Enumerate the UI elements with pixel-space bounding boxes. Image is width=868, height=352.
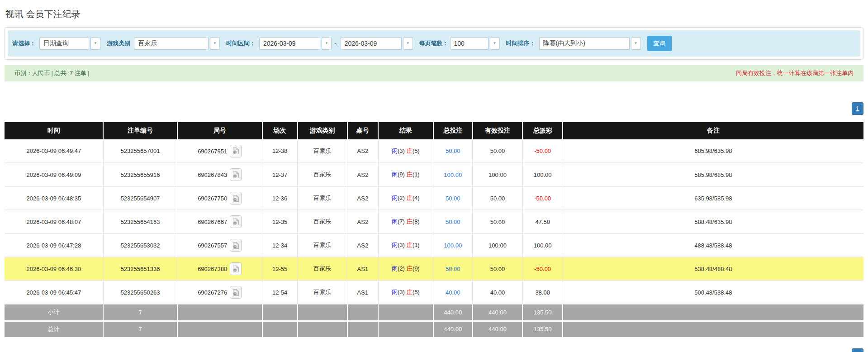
cell-session: 12-54	[262, 281, 298, 304]
date-from-input[interactable]: 2026-03-09	[259, 37, 320, 50]
pagination-top: 1	[5, 102, 863, 115]
total-empty-cell	[378, 321, 433, 338]
cell-session: 12-37	[262, 163, 298, 186]
video-replay-button[interactable]	[230, 215, 242, 228]
cell-game-type: 百家乐	[298, 257, 347, 281]
table-row: 2026-03-09 06:47:28523255653032690267557…	[5, 233, 863, 257]
total-bet-link[interactable]: 40.00	[446, 289, 460, 296]
cell-note: 500.48/538.48	[563, 281, 863, 304]
table-row: 2026-03-09 06:48:35523255654907690267750…	[5, 186, 863, 210]
result-banker-points: (1)	[413, 171, 420, 178]
total-bet-link[interactable]: 100.00	[444, 171, 462, 178]
total-empty-cell	[262, 321, 298, 338]
cell-table-no: AS1	[347, 257, 378, 281]
chevron-down-icon: ▼	[213, 42, 217, 45]
time-range-label: 时间区间：	[226, 39, 256, 48]
cell-session: 12-35	[262, 210, 298, 233]
column-header-6: 结果	[378, 122, 433, 139]
video-file-icon	[232, 242, 239, 249]
date-to-input[interactable]: 2026-03-09	[341, 37, 402, 50]
result-player-points: (7)	[398, 218, 405, 225]
game-type-input[interactable]: 百家乐	[134, 37, 209, 50]
round-number: 690267750	[198, 195, 227, 202]
video-replay-button[interactable]	[230, 262, 242, 275]
query-type-arrow-button[interactable]: ▼	[90, 37, 100, 50]
cell-bet-id: 523255650263	[103, 281, 177, 304]
page-1-button[interactable]: 1	[852, 102, 863, 115]
cell-round: 690267843	[177, 163, 262, 186]
subtotal-empty-cell	[563, 304, 863, 321]
video-file-icon	[232, 265, 239, 273]
game-type-arrow-button[interactable]: ▼	[210, 37, 220, 50]
cell-table-no: AS2	[347, 139, 378, 163]
result-player: 闲	[392, 242, 398, 248]
cell-payout: 100.00	[522, 233, 563, 257]
cell-valid-bet: 100.00	[473, 163, 522, 186]
cell-result: 闲(2)庄(9)	[378, 257, 433, 281]
page-1-button[interactable]: 1	[852, 348, 863, 352]
cell-total-bet: 50.00	[433, 186, 473, 210]
cell-bet-id: 523255653032	[103, 233, 177, 257]
subtotal-valid-bet: 440.00	[473, 304, 522, 321]
summary-bar: 币别：人民币 | 总共 :7 注单 | 同局有效投注，统一计算在该局第一张注单内	[5, 65, 863, 81]
cell-time: 2026-03-09 06:49:47	[5, 139, 103, 163]
date-from-arrow-button[interactable]: ▼	[322, 37, 332, 50]
sort-order-label: 时间排序：	[506, 39, 536, 48]
table-row: 2026-03-09 06:49:47523255657001690267951…	[5, 139, 863, 163]
result-banker-points: (1)	[413, 242, 420, 248]
total-empty-cell	[563, 321, 863, 338]
page-size-combobox: 100 ▼	[450, 37, 500, 50]
column-header-2: 局号	[177, 122, 262, 139]
page-size-input[interactable]: 100	[450, 37, 489, 50]
sort-order-arrow-button[interactable]: ▼	[631, 37, 641, 50]
cell-time: 2026-03-09 06:48:35	[5, 186, 103, 210]
cell-time: 2026-03-09 06:47:28	[5, 233, 103, 257]
cell-total-bet: 50.00	[433, 139, 473, 163]
cell-round: 690267667	[177, 210, 262, 233]
chevron-down-icon: ▼	[406, 42, 410, 45]
cell-valid-bet: 40.00	[473, 281, 522, 304]
page-size-arrow-button[interactable]: ▼	[490, 37, 500, 50]
total-bet-link[interactable]: 50.00	[446, 195, 460, 202]
cell-round: 690267388	[177, 257, 262, 281]
sort-order-input[interactable]: 降幂(由大到小)	[539, 37, 630, 50]
total-label: 总计	[5, 321, 103, 338]
cell-session: 12-34	[262, 233, 298, 257]
cell-payout: 47.50	[522, 210, 563, 233]
search-button[interactable]: 查询	[647, 36, 672, 51]
chevron-down-icon: ▼	[493, 42, 497, 45]
cell-bet-id: 523255655916	[103, 163, 177, 186]
result-player-points: (2)	[398, 265, 405, 272]
total-bet-link[interactable]: 50.00	[446, 147, 460, 154]
cell-total-bet: 100.00	[433, 233, 473, 257]
video-replay-button[interactable]	[230, 239, 242, 252]
video-replay-button[interactable]	[230, 192, 242, 205]
filter-toolbar: 请选择： 日期查询 ▼ 游戏类别 百家乐 ▼ 时间区间： 2026-03-09 …	[8, 30, 860, 57]
date-to-arrow-button[interactable]: ▼	[403, 37, 413, 50]
chevron-down-icon: ▼	[634, 42, 638, 45]
column-header-9: 总派彩	[522, 122, 563, 139]
result-banker-points: (5)	[413, 289, 420, 295]
video-replay-button[interactable]	[230, 286, 242, 299]
round-number: 690267951	[198, 147, 227, 154]
video-replay-button[interactable]	[230, 145, 242, 157]
cell-valid-bet: 50.00	[473, 257, 522, 281]
round-number: 690267557	[198, 242, 227, 249]
video-replay-button[interactable]	[230, 168, 242, 181]
cell-total-bet: 100.00	[433, 163, 473, 186]
cell-game-type: 百家乐	[298, 233, 347, 257]
subtotal-empty-cell	[298, 304, 347, 321]
result-player: 闲	[392, 171, 398, 178]
round-number: 690267843	[198, 171, 227, 178]
total-bet-link[interactable]: 50.00	[446, 219, 460, 225]
total-bet-link[interactable]: 50.00	[446, 266, 460, 272]
column-header-8: 有效投注	[473, 122, 522, 139]
total-bet-link[interactable]: 100.00	[444, 242, 462, 249]
result-player-points: (3)	[398, 289, 405, 295]
cell-bet-id: 523255654163	[103, 210, 177, 233]
cell-round: 690267276	[177, 281, 262, 304]
cell-total-bet: 40.00	[433, 281, 473, 304]
query-type-input[interactable]: 日期查询	[39, 37, 89, 50]
result-banker: 庄	[407, 242, 413, 248]
cell-game-type: 百家乐	[298, 186, 347, 210]
